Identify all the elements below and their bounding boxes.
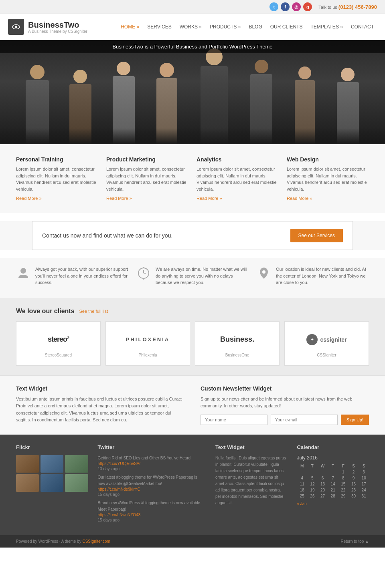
tweet-1-link[interactable]: https://t.co/YUCjRoeSAr: [98, 461, 206, 466]
facebook-icon[interactable]: f: [281, 2, 290, 11]
client-name-3: BusinessOne: [225, 353, 249, 357]
google-icon[interactable]: g: [303, 2, 312, 11]
philoxenia-logo: PHILOXENIA: [126, 330, 170, 350]
tweet-3: Brand new #WordPress #blogging theme is …: [98, 500, 206, 522]
nav-our-clients[interactable]: OUR CLIENTS: [267, 22, 306, 31]
clients-title: We love our clients: [16, 308, 75, 315]
flickr-thumb-1[interactable]: [16, 455, 39, 473]
logo-sub: A Business Theme by CSSIgniter: [28, 29, 87, 34]
social-icons: t f ◎ g: [270, 2, 312, 11]
nav-blog[interactable]: BLOG: [245, 22, 265, 31]
newsletter-widget-title: Custom Newsletter Widget: [201, 385, 369, 392]
service-readmore-1[interactable]: Read More »: [16, 196, 42, 201]
tweet-2-text: Our latest #blogging theme for #WordPres…: [98, 474, 206, 487]
clients-grid: stereo² StereoSquared PHILOXENIA Philoxe…: [16, 321, 369, 366]
signup-button[interactable]: Sign Up!: [341, 415, 369, 425]
instagram-icon[interactable]: ◎: [292, 2, 301, 11]
feature-text-2: We are always on time. No matter what we…: [156, 266, 249, 286]
hero-section: BusinessTwo is a Powerful Business and P…: [0, 40, 385, 144]
top-bar: t f ◎ g Talk to us (0123) 456-7890: [0, 0, 385, 14]
twitter-icon[interactable]: t: [270, 2, 278, 11]
newsletter-name-input[interactable]: [201, 415, 267, 425]
eye-icon: [12, 22, 20, 31]
newsletter-widget: Custom Newsletter Widget Sign up to our …: [201, 385, 369, 425]
nav-templates[interactable]: TEMPLATES »: [307, 22, 346, 31]
cal-header-T1: T: [307, 463, 318, 469]
nav-home[interactable]: HOME »: [118, 22, 142, 31]
clock-icon: [136, 266, 151, 280]
person-support-icon: [16, 266, 30, 280]
flickr-grid: [16, 455, 88, 492]
service-text-3: Lorem ipsum dolor sit amet, consectetur …: [197, 166, 279, 192]
cal-header-F: F: [338, 463, 349, 469]
service-readmore-3[interactable]: Read More »: [197, 196, 222, 201]
service-product-marketing: Product Marketing Lorem ipsum dolor sit …: [106, 156, 188, 201]
calendar-nav[interactable]: « Jan: [297, 501, 369, 506]
service-readmore-2[interactable]: Read More »: [106, 196, 132, 201]
cssigniter-link[interactable]: CSSIgniter.com: [82, 539, 110, 544]
service-title-3: Analytics: [197, 156, 279, 163]
calendar-table: M T W T F S S 123 4567 8910: [297, 463, 369, 499]
feature-time: We are always on time. No matter what we…: [136, 266, 249, 286]
phone-number: (0123) 456-7890: [338, 4, 377, 10]
site-footer: Flickr Twitter Getting Rid of SEO Lies a…: [0, 435, 385, 535]
cssigniter-icon: ✦: [306, 334, 318, 345]
service-title-1: Personal Training: [16, 156, 98, 163]
hero-banner: BusinessTwo is a Powerful Business and P…: [0, 40, 385, 53]
tweet-2-link[interactable]: https://t.co/mNde9kIrYC: [98, 487, 206, 491]
client-name-2: Philoxenia: [138, 353, 157, 357]
stereo-logo: stereo²: [48, 330, 69, 350]
return-to-top[interactable]: Return to top ▲: [341, 539, 369, 544]
main-nav: HOME » SERVICES WORKS » PRODUCTS » BLOG …: [118, 22, 377, 31]
feature-text-3: Our location is ideal for new clients an…: [276, 266, 369, 286]
cssigniter-text: cssigniter: [320, 336, 346, 343]
nav-contact[interactable]: CONTACT: [348, 22, 377, 31]
cta-button[interactable]: See our Services: [290, 229, 343, 242]
client-philoxenia: PHILOXENIA Philoxenia: [105, 321, 190, 366]
client-name-1: StereoSquared: [45, 353, 72, 357]
svg-point-6: [143, 267, 144, 268]
feature-text-1: Always got your back, with our superior …: [35, 266, 128, 286]
flickr-thumb-5[interactable]: [41, 474, 63, 492]
cal-header-M: M: [297, 463, 307, 469]
feature-location: Our location is ideal for new clients an…: [257, 266, 369, 286]
service-personal-training: Personal Training Lorem ipsum dolor sit …: [16, 156, 98, 201]
svg-point-8: [262, 270, 265, 274]
nav-services[interactable]: SERVICES: [144, 22, 174, 31]
logo-area: BusinessTwo A Business Theme by CSSIgnit…: [8, 19, 87, 35]
client-business: Business. BusinessOne: [195, 321, 280, 366]
calendar-month: July 2016: [297, 455, 369, 461]
nav-works[interactable]: WORKS »: [176, 22, 205, 31]
client-stereo: stereo² StereoSquared: [16, 321, 101, 366]
service-title-4: Web Design: [287, 156, 369, 163]
client-name-4: CSSIgniter: [317, 353, 336, 357]
flickr-thumb-4[interactable]: [16, 474, 39, 492]
cal-header-S1: S: [349, 463, 359, 469]
businessone-logo: Business.: [220, 330, 254, 350]
widgets-section: Text Widget Vestibulum ante ipsum primis…: [0, 375, 385, 435]
feature-support: Always got your back, with our superior …: [16, 266, 128, 286]
service-text-2: Lorem ipsum dolor sit amet, consectetur …: [106, 166, 188, 192]
clients-link[interactable]: See the full list: [79, 309, 108, 314]
flickr-thumb-3[interactable]: [65, 455, 88, 473]
text-widget-title: Text Widget: [16, 385, 184, 392]
service-web-design: Web Design Lorem ipsum dolor sit amet, c…: [287, 156, 369, 201]
footer-flickr: Flickr: [16, 444, 88, 526]
tweet-3-link[interactable]: https://t.co/LNwnNZO43: [98, 513, 206, 517]
cta-wrapper: Contact us now and find out what we can …: [0, 221, 385, 250]
client-cssigniter: ✦ cssigniter CSSIgniter: [284, 321, 369, 366]
service-readmore-4[interactable]: Read More »: [287, 196, 312, 201]
cta-bar: Contact us now and find out what we can …: [32, 221, 353, 250]
cal-header-T2: T: [328, 463, 338, 469]
newsletter-widget-text: Sign up to our newsletter and be informe…: [201, 396, 369, 410]
footer-text-content: Nulla facilisi. Duis aliquet egestas pur…: [215, 455, 288, 506]
tweet-2: Our latest #blogging theme for #WordPres…: [98, 474, 206, 497]
tweet-2-time: 15 days ago: [98, 492, 206, 497]
flickr-thumb-6[interactable]: [65, 474, 88, 492]
cal-row-5: 25262728 293031: [297, 493, 369, 499]
footer-bottom-left: Powered by WordPress · A theme by CSSIgn…: [16, 539, 110, 544]
text-widget: Text Widget Vestibulum ante ipsum primis…: [16, 385, 184, 425]
newsletter-email-input[interactable]: [271, 415, 338, 425]
nav-products[interactable]: PRODUCTS »: [207, 22, 244, 31]
flickr-thumb-2[interactable]: [41, 455, 63, 473]
